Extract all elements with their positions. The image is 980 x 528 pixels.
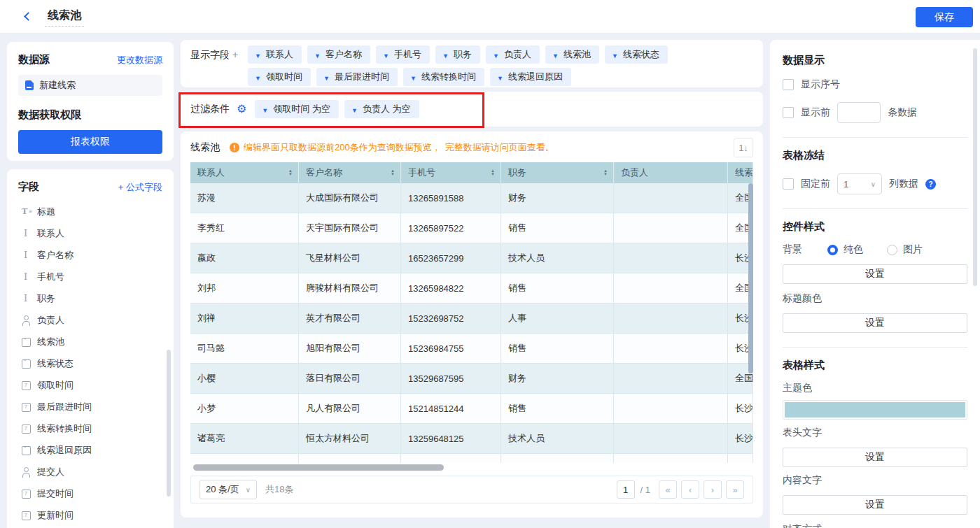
field-type-icon	[21, 315, 31, 325]
chip-label: 联系人	[266, 48, 293, 61]
caret-down-icon	[262, 104, 268, 115]
solid-color-radio[interactable]	[827, 245, 838, 255]
field-item[interactable]: 客户名称	[18, 244, 162, 266]
filter-chip[interactable]: 负责人 为空	[344, 100, 419, 118]
column-header-phone[interactable]: 手机号 ▲▼	[401, 162, 501, 183]
sort-arrows-icon[interactable]: ▲▼	[486, 169, 495, 176]
field-item[interactable]: 标题	[18, 201, 162, 222]
title-color-set-button[interactable]: 设置	[783, 313, 967, 333]
panel-scrollbar[interactable]	[973, 48, 977, 286]
sort-arrows-icon[interactable]: ▲▼	[386, 169, 395, 176]
field-item[interactable]: 更新时间	[18, 504, 162, 526]
column-header-customer[interactable]: 客户名称 ▲▼	[299, 162, 401, 183]
divider	[783, 137, 967, 138]
field-item[interactable]: 线索状态	[18, 352, 162, 374]
chip-label: 线索退回原因	[508, 71, 563, 83]
filter-chip[interactable]: 领取时间 为空	[255, 100, 339, 118]
field-item-label: 标题	[37, 206, 55, 218]
cell-customer: 天宇国际有限公司	[299, 213, 401, 243]
add-field-button[interactable]: +	[232, 49, 238, 60]
field-item[interactable]: 联系人	[18, 222, 162, 244]
fields-scrollbar[interactable]	[167, 350, 171, 497]
chip-label: 职务	[454, 48, 472, 61]
column-header-pool[interactable]: 线索池	[728, 162, 753, 183]
field-item[interactable]: 最后跟进时间	[18, 396, 162, 418]
display-field-chip[interactable]: 线索状态	[605, 45, 668, 64]
cell-phone	[401, 454, 501, 463]
display-field-chip[interactable]: 线索转换时间	[403, 68, 484, 86]
gear-icon[interactable]: ⚙	[237, 104, 246, 115]
sort-arrows-icon[interactable]: ▲▼	[599, 169, 608, 176]
page-title[interactable]: 线索池	[45, 7, 84, 27]
field-item[interactable]: 职务	[18, 287, 162, 309]
theme-color-picker[interactable]	[783, 400, 967, 420]
column-header-owner[interactable]: 负责人	[614, 162, 728, 183]
back-button[interactable]	[21, 10, 35, 24]
chip-label: 手机号	[394, 48, 421, 61]
sort-order-button[interactable]: 1↓	[734, 138, 753, 157]
first-page-button[interactable]	[659, 480, 677, 499]
header-text-set-button[interactable]: 设置	[783, 448, 967, 467]
table-vertical-scrollbar[interactable]	[748, 183, 753, 373]
display-field-chip[interactable]: 线索退回原因	[490, 68, 571, 86]
page-size-select[interactable]: 20 条/页 ∨	[200, 480, 257, 499]
formula-field-link[interactable]: + 公式字段	[118, 181, 162, 194]
display-field-chip[interactable]: 职务	[435, 45, 480, 64]
next-page-button[interactable]	[704, 480, 722, 499]
prev-page-button[interactable]	[681, 480, 699, 499]
display-field-chip[interactable]: 领取时间	[248, 68, 311, 86]
field-item[interactable]: 领取时间	[18, 374, 162, 396]
cell-owner	[614, 183, 728, 213]
field-item[interactable]: 手机号	[18, 266, 162, 287]
field-item[interactable]: 线索池	[18, 331, 162, 352]
display-field-chip[interactable]: 手机号	[376, 45, 430, 64]
cell-owner	[614, 454, 728, 463]
datasource-item[interactable]: 新建线索	[18, 75, 162, 96]
datasource-card: 数据源 更改数据源 新建线索 数据获取权限 报表权限	[7, 42, 174, 161]
settings-panel: 数据显示 显示序号 显示前 条数据 表格冻结 固定前 1 ∨ 列数据 ? 控件样…	[770, 40, 980, 528]
field-item-label: 领取时间	[37, 379, 74, 392]
help-icon[interactable]: ?	[925, 179, 936, 190]
caret-down-icon	[410, 72, 416, 83]
freeze-checkbox[interactable]	[783, 178, 794, 190]
show-index-checkbox[interactable]	[783, 79, 794, 90]
save-button[interactable]: 保存	[916, 7, 973, 27]
freeze-count-select[interactable]: 1 ∨	[837, 173, 882, 194]
field-type-icon	[21, 250, 31, 260]
column-header-title[interactable]: 职务 ▲▼	[501, 162, 614, 183]
cell-title: 财务	[501, 183, 614, 213]
display-chips-row-1: 联系人 客户名称 手机号 职务	[248, 45, 668, 64]
field-item[interactable]: 负责人	[18, 309, 162, 331]
field-item-label: 最后跟进时间	[37, 401, 92, 413]
solid-color-label: 纯色	[844, 243, 863, 256]
column-header-contact[interactable]: 联系人 ▲▼	[190, 162, 299, 183]
field-type-icon	[21, 424, 31, 434]
sort-arrows-icon[interactable]: ▲▼	[284, 169, 293, 176]
display-field-chip[interactable]: 客户名称	[307, 45, 370, 64]
field-type-icon	[21, 229, 31, 238]
field-item[interactable]: 提交时间	[18, 483, 162, 504]
row-limit-input[interactable]	[837, 102, 881, 123]
show-first-checkbox[interactable]	[783, 107, 794, 118]
content-text-set-button[interactable]: 设置	[783, 495, 967, 515]
field-item[interactable]: 线索转换时间	[18, 418, 162, 439]
cell-phone: 13265984822	[401, 273, 501, 304]
chip-label: 领取时间 为空	[273, 103, 330, 115]
background-set-button[interactable]: 设置	[783, 264, 967, 284]
image-radio[interactable]	[887, 245, 897, 255]
field-item[interactable]: 线索退回原因	[18, 439, 162, 461]
change-datasource-link[interactable]: 更改数据源	[117, 54, 162, 66]
warning-link[interactable]: 完整数据请访问页面查看。	[445, 141, 554, 154]
field-item[interactable]: 提交人	[18, 461, 162, 483]
last-page-button[interactable]	[726, 480, 744, 499]
display-field-chip[interactable]: 负责人	[486, 45, 540, 64]
cell-owner	[614, 273, 728, 304]
current-page-input[interactable]: 1	[617, 480, 635, 499]
image-label: 图片	[903, 243, 923, 256]
table-horizontal-scrollbar[interactable]	[193, 464, 444, 471]
report-permission-button[interactable]: 报表权限	[18, 130, 162, 154]
display-field-chip[interactable]: 最后跟进时间	[316, 68, 398, 86]
display-field-chip[interactable]: 联系人	[248, 45, 302, 64]
display-field-chip[interactable]: 线索池	[545, 45, 599, 64]
table-row: 刘邦 腾骏材料有限公司 13265984822 销售 全国线索池	[190, 273, 753, 304]
